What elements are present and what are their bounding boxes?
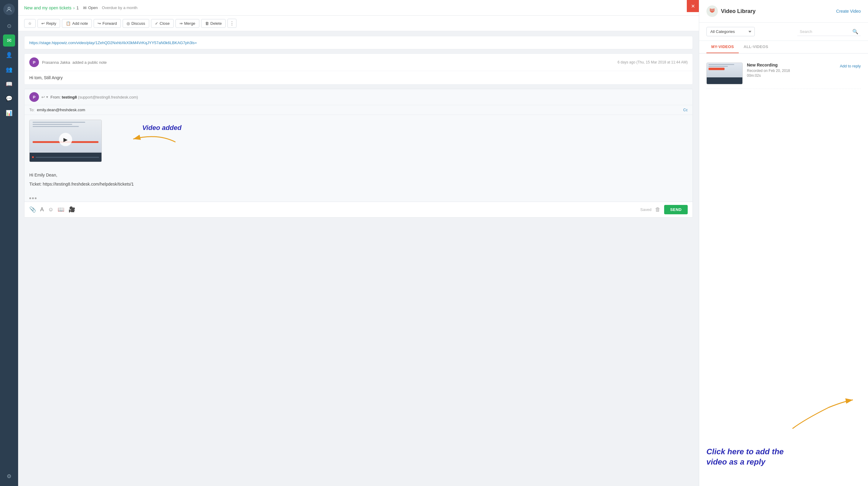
left-annotation-text: Video added <box>142 124 182 132</box>
font-icon[interactable]: A <box>40 206 44 213</box>
sidebar-item-contacts[interactable]: 👤 <box>3 49 15 61</box>
sidebar-logo[interactable] <box>3 4 15 15</box>
video-library-title: Video Library <box>721 8 756 15</box>
thumb-lines <box>30 120 101 130</box>
reply-controls: ↩ ▾ <box>41 94 48 99</box>
create-video-button[interactable]: Create Video <box>836 9 861 13</box>
sidebar-item-chat[interactable]: 💬 <box>3 92 15 105</box>
discuss-icon: ◎ <box>127 21 130 26</box>
reply-avatar: P <box>29 92 39 102</box>
star-button[interactable]: ☆ <box>24 19 36 28</box>
hippowiz-icon <box>709 7 716 15</box>
chevron-down-icon[interactable]: ▾ <box>46 95 48 99</box>
breadcrumb-link[interactable]: New and my open tickets <box>24 5 71 10</box>
sidebar-item-tickets[interactable]: ✉ <box>3 34 15 47</box>
search-icon: 🔍 <box>852 29 858 34</box>
reports-icon: 📖 <box>6 81 12 87</box>
sidebar-item-groups[interactable]: 👥 <box>3 63 15 76</box>
breadcrumb: New and my open tickets › 1 ✉ Open · Ove… <box>24 5 137 10</box>
reply-text: Hi Emily Dean, Ticket: https://testing8.… <box>25 167 692 195</box>
reply-greeting: Hi Emily Dean, <box>29 172 688 178</box>
toolbar: ☆ ↩ Reply 📋 Add note ↪ Forward ◎ Discuss… <box>18 16 699 31</box>
discard-icon[interactable]: 🗑 <box>655 206 660 213</box>
tab-all-videos[interactable]: ALL-VIDEOS <box>739 41 773 53</box>
video-tabs: MY-VIDEOS ALL-VIDEOS <box>699 41 868 54</box>
video-panel-logo <box>706 5 718 17</box>
right-arrow-svg <box>774 395 865 432</box>
sidebar-item-analytics[interactable]: 📊 <box>3 107 15 119</box>
gear-icon: ⚙ <box>7 473 11 480</box>
emoji-icon[interactable]: ☺ <box>48 206 54 213</box>
progress-bar <box>36 157 99 158</box>
topbar: New and my open tickets › 1 ✉ Open · Ove… <box>18 0 699 16</box>
sidebar: ⊙ ✉ 👤 👥 📖 💬 📊 ⚙ <box>0 0 18 486</box>
note-header: P Prasanna Jakka added a public note 6 d… <box>25 54 692 71</box>
note-icon: 📋 <box>66 21 71 26</box>
panel-annotation: Click here to add the video as a reply <box>699 438 868 486</box>
video-item-info: New Recording Recorded on Feb 20, 2018 0… <box>747 63 836 78</box>
svg-point-8 <box>713 8 715 10</box>
template-icon[interactable]: 📖 <box>58 206 64 213</box>
thumb-bar <box>30 153 101 162</box>
note-author: Prasanna Jakka added a public note <box>42 60 106 65</box>
tab-my-videos[interactable]: MY-VIDEOS <box>706 41 739 53</box>
svg-point-5 <box>711 10 712 10</box>
close-button[interactable]: ✕ <box>687 0 699 12</box>
dot-2 <box>32 197 34 199</box>
discuss-button[interactable]: ◎ Discuss <box>123 19 149 28</box>
sidebar-item-reports[interactable]: 📖 <box>3 78 15 90</box>
more-options-button[interactable]: ⋮ <box>227 19 237 28</box>
delete-button[interactable]: 🗑 Delete <box>201 19 226 28</box>
video-date: Recorded on Feb 20, 2018 <box>747 68 836 73</box>
play-button[interactable]: ▶ <box>59 133 72 146</box>
category-select[interactable]: All Categories My Videos Shared <box>706 27 755 36</box>
main-area: New and my open tickets › 1 ✉ Open · Ove… <box>18 0 699 486</box>
saved-status: Saved <box>640 207 651 212</box>
merge-button[interactable]: ⇒ Merge <box>176 19 199 28</box>
video-list: New Recording Recorded on Feb 20, 2018 0… <box>699 54 868 438</box>
video-icon[interactable]: 🎥 <box>68 206 75 213</box>
typing-indicator <box>25 195 692 202</box>
send-button[interactable]: SEND <box>664 205 688 214</box>
ticket-number: 1 <box>76 5 79 10</box>
reply-back-icon[interactable]: ↩ <box>41 94 45 99</box>
delete-icon: 🗑 <box>205 21 209 26</box>
forward-icon: ↪ <box>98 21 101 26</box>
tickets-icon: ✉ <box>7 37 11 44</box>
reply-button[interactable]: ↩ Reply <box>37 19 60 28</box>
note-body: Hi tom, Still Angry <box>25 71 692 84</box>
left-annotation: Video added <box>103 124 692 149</box>
dot-3 <box>35 197 36 199</box>
video-duration: 00m:02s <box>747 74 836 78</box>
compose-toolbar: 📎 A ☺ 📖 🎥 Saved 🗑 SEND <box>25 202 692 217</box>
link-bar: https://stage.hippowiz.com/video/play/1Z… <box>24 36 693 49</box>
status-dot: · <box>99 5 100 10</box>
note-time: 6 days ago (Thu, 15 Mar 2018 at 11:44 AM… <box>618 60 688 64</box>
status-icon: ✉ <box>83 5 87 10</box>
add-note-button[interactable]: 📋 Add note <box>62 19 92 28</box>
chat-icon: 💬 <box>6 95 12 102</box>
reply-ticket-link: Ticket: https://testing8.freshdesk.com/h… <box>29 181 688 188</box>
close-ticket-icon: ✓ <box>155 21 158 26</box>
ticket-body: https://stage.hippowiz.com/video/play/1Z… <box>18 31 699 486</box>
add-to-reply-button[interactable]: Add to reply <box>840 64 861 68</box>
reply-to-row: To: emily.dean@freshdesk.com Cc <box>25 105 692 115</box>
analytics-icon: 📊 <box>6 110 12 116</box>
attachment-icon[interactable]: 📎 <box>29 206 36 213</box>
video-thumbnail[interactable]: ▶ <box>29 120 102 162</box>
close-ticket-button[interactable]: ✓ Close <box>151 19 174 28</box>
sidebar-item-settings[interactable]: ⚙ <box>3 470 15 482</box>
video-panel-controls: All Categories My Videos Shared 🔍 <box>699 23 868 41</box>
reply-header: P ↩ ▾ From: testing8 (support@testing8.f… <box>25 89 692 105</box>
cc-label[interactable]: Cc <box>683 108 688 112</box>
panel-annotation-text: Click here to add the video as a reply <box>706 441 861 467</box>
video-panel: Video Library Create Video All Categorie… <box>699 0 868 486</box>
note-meta: Prasanna Jakka added a public note <box>42 60 615 65</box>
search-input[interactable] <box>800 29 850 34</box>
sidebar-item-home[interactable]: ⊙ <box>3 20 15 32</box>
video-item-thumbnail[interactable] <box>706 63 743 84</box>
video-link[interactable]: https://stage.hippowiz.com/video/play/1Z… <box>29 40 197 45</box>
svg-point-6 <box>713 10 713 10</box>
forward-button[interactable]: ↪ Forward <box>94 19 121 28</box>
video-thumb-container: ▶ Video added <box>25 115 692 167</box>
